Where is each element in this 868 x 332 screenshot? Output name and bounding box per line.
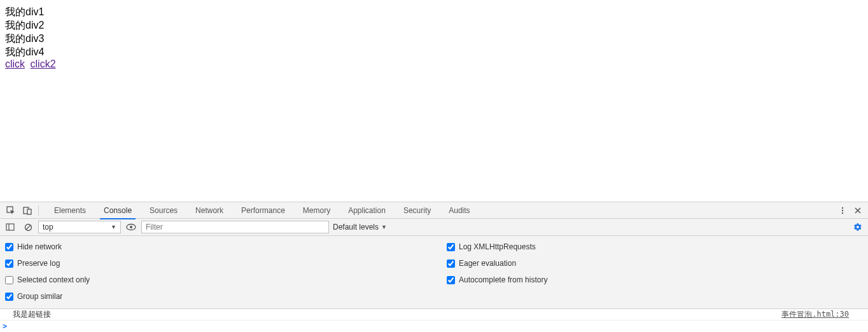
chk-autocomplete-history-label: Autocomplete from history	[459, 275, 547, 284]
devtools-panel: Elements Console Sources Network Perform…	[0, 202, 868, 332]
demo-div-3: 我的div3	[5, 32, 863, 45]
console-settings-panel: Hide network Preserve log Selected conte…	[0, 236, 868, 309]
tab-console[interactable]: Console	[95, 202, 141, 219]
inspect-element-icon[interactable]	[3, 202, 19, 219]
svg-point-5	[842, 212, 843, 213]
chk-eager-eval-label: Eager evaluation	[459, 259, 516, 268]
device-toolbar-icon[interactable]	[19, 202, 36, 219]
console-filter-input[interactable]	[141, 221, 329, 233]
demo-div-1: 我的div1	[5, 5, 863, 18]
execution-context-select[interactable]: top ▼	[38, 221, 121, 233]
demo-div-2: 我的div2	[5, 18, 863, 32]
devtools-tabbar: Elements Console Sources Network Perform…	[0, 202, 868, 219]
chk-selected-context-box[interactable]	[5, 276, 13, 284]
console-prompt-caret: >	[3, 322, 7, 331]
console-toolbar: top ▼ Default levels ▼	[0, 219, 868, 236]
tab-application[interactable]: Application	[339, 202, 395, 219]
console-prompt[interactable]: >	[0, 321, 868, 332]
chk-hide-network-label: Hide network	[17, 242, 62, 251]
console-message-source[interactable]: 事件冒泡.html:30	[781, 309, 868, 320]
chevron-down-icon: ▼	[381, 224, 387, 230]
log-level-label: Default levels	[333, 223, 379, 232]
svg-point-4	[842, 209, 843, 211]
devtools-tabs: Elements Console Sources Network Perform…	[45, 202, 479, 219]
chk-preserve-log[interactable]: Preserve log	[5, 255, 421, 272]
chevron-down-icon: ▼	[111, 224, 116, 230]
chk-eager-eval-box[interactable]	[447, 259, 455, 268]
demo-div-4: 我的div4	[5, 45, 863, 59]
chk-preserve-log-box[interactable]	[5, 259, 13, 268]
svg-line-9	[26, 225, 31, 230]
chk-log-xhr[interactable]: Log XMLHttpRequests	[447, 239, 863, 255]
tab-memory[interactable]: Memory	[294, 202, 339, 219]
live-expression-icon[interactable]	[123, 219, 139, 236]
tab-performance[interactable]: Performance	[232, 202, 294, 219]
console-message-text: 我是超链接	[13, 309, 781, 320]
kebab-menu-icon[interactable]	[835, 202, 850, 219]
chk-selected-context[interactable]: Selected context only	[5, 272, 421, 288]
page-content: 我的div1 我的div2 我的div3 我的div4 click click2	[0, 0, 868, 75]
chk-hide-network[interactable]: Hide network	[5, 239, 421, 255]
chk-autocomplete-history-box[interactable]	[447, 276, 455, 284]
svg-point-11	[130, 226, 132, 228]
tab-audits[interactable]: Audits	[440, 202, 479, 219]
link-click[interactable]: click	[5, 59, 25, 69]
chk-group-similar-box[interactable]	[5, 293, 13, 301]
svg-rect-2	[27, 209, 31, 214]
tab-security[interactable]: Security	[395, 202, 440, 219]
tab-sources[interactable]: Sources	[141, 202, 186, 219]
console-message-row: 我是超链接 事件冒泡.html:30	[0, 309, 868, 321]
close-devtools-icon[interactable]	[850, 202, 865, 219]
log-level-select[interactable]: Default levels ▼	[332, 221, 388, 233]
svg-rect-6	[6, 224, 14, 230]
clear-console-icon[interactable]	[20, 219, 36, 236]
demo-links-row: click click2	[5, 59, 863, 70]
chk-log-xhr-box[interactable]	[447, 243, 455, 251]
chk-eager-eval[interactable]: Eager evaluation	[447, 255, 863, 272]
tab-network[interactable]: Network	[186, 202, 232, 219]
link-click2[interactable]: click2	[31, 59, 56, 69]
chk-autocomplete-history[interactable]: Autocomplete from history	[447, 272, 863, 288]
chk-preserve-log-label: Preserve log	[17, 259, 60, 268]
chk-log-xhr-label: Log XMLHttpRequests	[459, 242, 536, 251]
console-settings-icon[interactable]	[850, 219, 865, 236]
console-sidebar-toggle-icon[interactable]	[3, 219, 18, 236]
chk-group-similar[interactable]: Group similar	[5, 288, 421, 305]
chk-selected-context-label: Selected context only	[17, 275, 90, 284]
chk-group-similar-label: Group similar	[17, 292, 62, 301]
chk-hide-network-box[interactable]	[5, 243, 13, 251]
tabbar-divider	[38, 205, 39, 216]
svg-point-3	[842, 207, 843, 208]
tab-elements[interactable]: Elements	[45, 202, 95, 219]
execution-context-label: top	[43, 223, 53, 232]
